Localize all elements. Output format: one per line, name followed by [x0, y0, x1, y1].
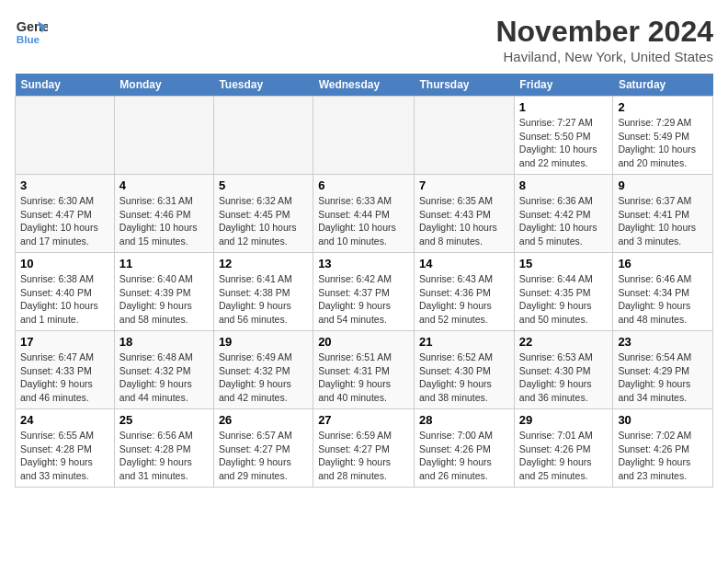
calendar-cell: 12Sunrise: 6:41 AM Sunset: 4:38 PM Dayli…	[213, 253, 313, 331]
calendar-cell: 13Sunrise: 6:42 AM Sunset: 4:37 PM Dayli…	[313, 253, 415, 331]
calendar-cell: 9Sunrise: 6:37 AM Sunset: 4:41 PM Daylig…	[613, 175, 713, 253]
calendar-cell	[16, 97, 115, 175]
day-info: Sunrise: 6:42 AM Sunset: 4:37 PM Dayligh…	[318, 272, 409, 327]
weekday-header: Saturday	[613, 74, 713, 97]
day-number: 22	[519, 335, 609, 349]
day-number: 24	[20, 413, 109, 427]
calendar-week-row: 24Sunrise: 6:55 AM Sunset: 4:28 PM Dayli…	[16, 409, 713, 488]
title-area: November 2024 Haviland, New York, United…	[495, 15, 713, 64]
day-info: Sunrise: 6:40 AM Sunset: 4:39 PM Dayligh…	[119, 272, 209, 327]
day-number: 4	[119, 178, 209, 192]
calendar-cell: 16Sunrise: 6:46 AM Sunset: 4:34 PM Dayli…	[613, 253, 713, 331]
calendar-cell: 2Sunrise: 7:29 AM Sunset: 5:49 PM Daylig…	[613, 97, 713, 175]
day-number: 25	[119, 413, 209, 427]
day-info: Sunrise: 6:51 AM Sunset: 4:31 PM Dayligh…	[318, 350, 409, 405]
day-info: Sunrise: 6:36 AM Sunset: 4:42 PM Dayligh…	[519, 194, 609, 248]
svg-text:Blue: Blue	[17, 33, 40, 45]
day-info: Sunrise: 7:01 AM Sunset: 4:26 PM Dayligh…	[519, 429, 609, 483]
day-info: Sunrise: 6:33 AM Sunset: 4:44 PM Dayligh…	[318, 194, 409, 248]
calendar-cell: 4Sunrise: 6:31 AM Sunset: 4:46 PM Daylig…	[114, 175, 213, 253]
calendar-cell: 18Sunrise: 6:48 AM Sunset: 4:32 PM Dayli…	[114, 331, 213, 409]
day-info: Sunrise: 6:55 AM Sunset: 4:28 PM Dayligh…	[20, 429, 109, 483]
day-number: 7	[419, 178, 509, 192]
weekday-header: Monday	[114, 74, 213, 97]
day-number: 9	[618, 178, 708, 192]
day-info: Sunrise: 6:35 AM Sunset: 4:43 PM Dayligh…	[419, 194, 509, 248]
day-info: Sunrise: 6:47 AM Sunset: 4:33 PM Dayligh…	[20, 350, 109, 405]
day-number: 21	[419, 335, 509, 349]
day-number: 28	[419, 413, 509, 427]
day-number: 14	[419, 257, 509, 270]
day-number: 3	[20, 178, 109, 192]
calendar-cell: 23Sunrise: 6:54 AM Sunset: 4:29 PM Dayli…	[613, 331, 713, 409]
calendar-cell	[313, 97, 415, 175]
calendar-week-row: 10Sunrise: 6:38 AM Sunset: 4:40 PM Dayli…	[16, 253, 713, 331]
day-info: Sunrise: 6:41 AM Sunset: 4:38 PM Dayligh…	[219, 272, 308, 327]
day-info: Sunrise: 6:52 AM Sunset: 4:30 PM Dayligh…	[419, 350, 509, 405]
day-number: 13	[318, 257, 409, 270]
calendar-table: SundayMondayTuesdayWednesdayThursdayFrid…	[15, 74, 713, 488]
calendar-cell	[415, 97, 515, 175]
day-number: 1	[519, 100, 609, 114]
logo-icon: General Blue	[15, 15, 48, 48]
day-info: Sunrise: 6:54 AM Sunset: 4:29 PM Dayligh…	[618, 350, 708, 405]
day-number: 23	[618, 335, 708, 349]
calendar-cell: 10Sunrise: 6:38 AM Sunset: 4:40 PM Dayli…	[16, 253, 115, 331]
calendar-week-row: 3Sunrise: 6:30 AM Sunset: 4:47 PM Daylig…	[16, 175, 713, 253]
calendar-cell: 19Sunrise: 6:49 AM Sunset: 4:32 PM Dayli…	[213, 331, 313, 409]
calendar-week-row: 17Sunrise: 6:47 AM Sunset: 4:33 PM Dayli…	[16, 331, 713, 409]
day-info: Sunrise: 6:46 AM Sunset: 4:34 PM Dayligh…	[618, 272, 708, 327]
day-info: Sunrise: 6:53 AM Sunset: 4:30 PM Dayligh…	[519, 350, 609, 405]
calendar-cell: 17Sunrise: 6:47 AM Sunset: 4:33 PM Dayli…	[16, 331, 115, 409]
calendar-cell: 3Sunrise: 6:30 AM Sunset: 4:47 PM Daylig…	[16, 175, 115, 253]
calendar-cell: 1Sunrise: 7:27 AM Sunset: 5:50 PM Daylig…	[514, 97, 613, 175]
calendar-cell: 20Sunrise: 6:51 AM Sunset: 4:31 PM Dayli…	[313, 331, 415, 409]
weekday-header: Tuesday	[213, 74, 313, 97]
day-info: Sunrise: 7:29 AM Sunset: 5:49 PM Dayligh…	[618, 116, 708, 170]
calendar-cell: 6Sunrise: 6:33 AM Sunset: 4:44 PM Daylig…	[313, 175, 415, 253]
calendar-cell: 27Sunrise: 6:59 AM Sunset: 4:27 PM Dayli…	[313, 409, 415, 488]
day-number: 6	[318, 178, 409, 192]
day-info: Sunrise: 6:44 AM Sunset: 4:35 PM Dayligh…	[519, 272, 609, 327]
calendar-cell: 28Sunrise: 7:00 AM Sunset: 4:26 PM Dayli…	[415, 409, 515, 488]
day-info: Sunrise: 6:32 AM Sunset: 4:45 PM Dayligh…	[219, 194, 308, 248]
day-info: Sunrise: 6:57 AM Sunset: 4:27 PM Dayligh…	[219, 429, 308, 483]
calendar-cell: 11Sunrise: 6:40 AM Sunset: 4:39 PM Dayli…	[114, 253, 213, 331]
weekday-header: Friday	[514, 74, 613, 97]
calendar-cell: 25Sunrise: 6:56 AM Sunset: 4:28 PM Dayli…	[114, 409, 213, 488]
day-number: 8	[519, 178, 609, 192]
day-info: Sunrise: 7:02 AM Sunset: 4:26 PM Dayligh…	[618, 429, 708, 483]
calendar-cell: 21Sunrise: 6:52 AM Sunset: 4:30 PM Dayli…	[415, 331, 515, 409]
day-number: 5	[219, 178, 308, 192]
weekday-header: Thursday	[415, 74, 515, 97]
calendar-week-row: 1Sunrise: 7:27 AM Sunset: 5:50 PM Daylig…	[16, 97, 713, 175]
location-title: Haviland, New York, United States	[495, 49, 713, 64]
day-info: Sunrise: 7:00 AM Sunset: 4:26 PM Dayligh…	[419, 429, 509, 483]
weekday-header: Wednesday	[313, 74, 415, 97]
day-number: 29	[519, 413, 609, 427]
calendar-cell: 8Sunrise: 6:36 AM Sunset: 4:42 PM Daylig…	[514, 175, 613, 253]
day-info: Sunrise: 6:56 AM Sunset: 4:28 PM Dayligh…	[119, 429, 209, 483]
day-info: Sunrise: 6:48 AM Sunset: 4:32 PM Dayligh…	[119, 350, 209, 405]
calendar-cell: 29Sunrise: 7:01 AM Sunset: 4:26 PM Dayli…	[514, 409, 613, 488]
calendar-cell: 5Sunrise: 6:32 AM Sunset: 4:45 PM Daylig…	[213, 175, 313, 253]
day-info: Sunrise: 6:31 AM Sunset: 4:46 PM Dayligh…	[119, 194, 209, 248]
day-number: 30	[618, 413, 708, 427]
day-number: 10	[20, 257, 109, 270]
weekday-header: Sunday	[16, 74, 115, 97]
calendar-cell: 30Sunrise: 7:02 AM Sunset: 4:26 PM Dayli…	[613, 409, 713, 488]
day-number: 18	[119, 335, 209, 349]
day-info: Sunrise: 6:30 AM Sunset: 4:47 PM Dayligh…	[20, 194, 109, 248]
day-number: 20	[318, 335, 409, 349]
calendar-cell: 15Sunrise: 6:44 AM Sunset: 4:35 PM Dayli…	[514, 253, 613, 331]
calendar-cell: 26Sunrise: 6:57 AM Sunset: 4:27 PM Dayli…	[213, 409, 313, 488]
day-info: Sunrise: 6:43 AM Sunset: 4:36 PM Dayligh…	[419, 272, 509, 327]
day-info: Sunrise: 6:49 AM Sunset: 4:32 PM Dayligh…	[219, 350, 308, 405]
calendar-cell: 14Sunrise: 6:43 AM Sunset: 4:36 PM Dayli…	[415, 253, 515, 331]
day-number: 27	[318, 413, 409, 427]
day-number: 17	[20, 335, 109, 349]
header: General Blue November 2024 Haviland, New…	[15, 15, 713, 64]
month-title: November 2024	[495, 15, 713, 49]
day-info: Sunrise: 6:37 AM Sunset: 4:41 PM Dayligh…	[618, 194, 708, 248]
calendar-cell: 22Sunrise: 6:53 AM Sunset: 4:30 PM Dayli…	[514, 331, 613, 409]
